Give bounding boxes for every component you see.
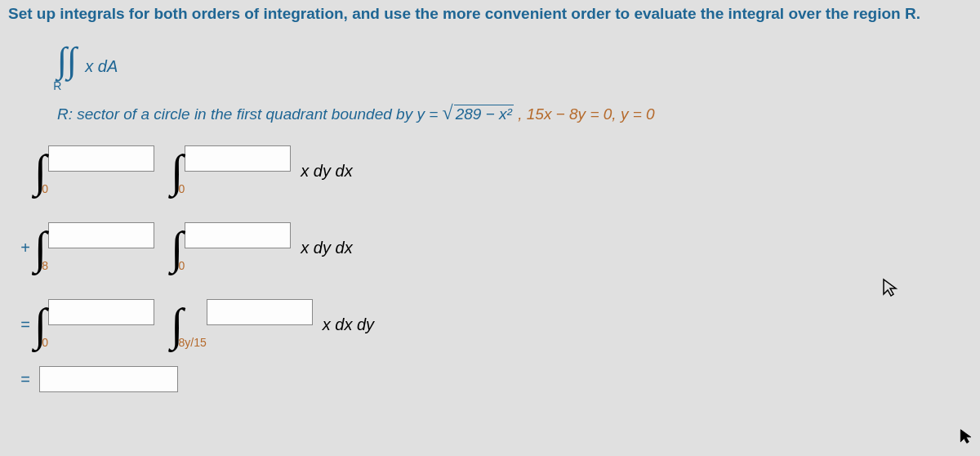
integral-row-2: + ∫ 8 ∫ 0 x dy dx [16, 211, 972, 284]
radical-symbol: √ [443, 102, 453, 124]
int-symbol: ∫ [171, 225, 183, 270]
integrand-tail: x dy dx [301, 239, 352, 257]
row2-op: + [16, 239, 34, 257]
problem-prompt: Set up integrals for both orders of inte… [8, 5, 972, 23]
int-symbol: ∫ [34, 225, 47, 270]
upper-limit-input-2a[interactable] [48, 222, 154, 248]
integrand: x dA [85, 57, 118, 75]
upper-limit-input-2b[interactable] [185, 222, 291, 248]
cursor-icon [882, 278, 898, 302]
integral-row-3: = ∫ 0 ∫ 8y/15 x dx dy [16, 288, 972, 361]
double-integral-symbol: ∫∫ [57, 40, 77, 80]
integrand-tail: x dy dx [301, 162, 352, 181]
upper-limit-input-3a[interactable] [48, 299, 154, 325]
upper-limit-input-1a[interactable] [48, 145, 154, 172]
integral-row-1: ∫ 0 ∫ 0 x dy dx [16, 134, 972, 208]
cursor-icon [959, 428, 973, 449]
final-op: = [16, 370, 34, 389]
region-description: R: sector of a circle in the first quadr… [8, 102, 972, 124]
final-answer-row: = [16, 366, 972, 392]
int-symbol: ∫ [34, 148, 47, 194]
radicand: 289 − x² [454, 105, 514, 123]
upper-limit-input-3b[interactable] [207, 299, 313, 325]
int-symbol: ∫ [171, 148, 183, 194]
integral-expression: ∫∫ R x dA [8, 39, 972, 92]
final-answer-input[interactable] [39, 366, 178, 392]
int-symbol: ∫ [34, 302, 47, 347]
int-symbol: ∫ [171, 302, 183, 347]
row3-op: = [16, 315, 34, 334]
region-prefix: R: sector of a circle in the first quadr… [57, 105, 443, 123]
region-suffix: , 15x − 8y = 0, y = 0 [518, 105, 654, 123]
upper-limit-input-1b[interactable] [185, 145, 291, 172]
integral-region-sub: R [53, 79, 61, 92]
integrand-tail: x dx dy [323, 315, 374, 334]
sqrt-expression: √ 289 − x² [443, 102, 514, 124]
